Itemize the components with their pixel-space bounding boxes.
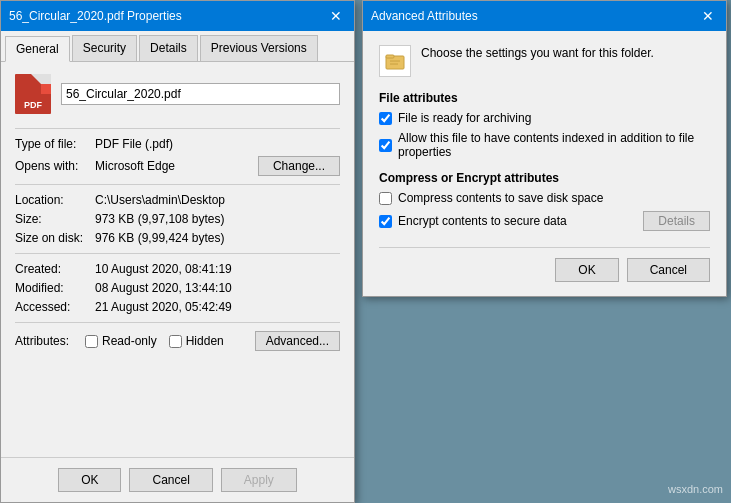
size-value: 973 KB (9,97,108 bytes): [95, 212, 224, 226]
compress-header: Compress or Encrypt attributes: [379, 171, 710, 185]
accessed-value: 21 August 2020, 05:42:49: [95, 300, 232, 314]
opens-with-row: Opens with: Microsoft Edge Change...: [15, 156, 340, 176]
tab-general[interactable]: General: [5, 36, 70, 62]
attributes-row: Attributes: Read-only Hidden Advanced...: [15, 322, 340, 351]
file-info-section: Type of file: PDF File (.pdf) Opens with…: [15, 128, 340, 176]
location-value: C:\Users\admin\Desktop: [95, 193, 225, 207]
watermark: wsxdn.com: [668, 483, 723, 495]
tabs-bar: General Security Details Previous Versio…: [1, 31, 354, 62]
svg-rect-1: [386, 55, 394, 58]
location-size-section: Location: C:\Users\admin\Desktop Size: 9…: [15, 184, 340, 245]
advanced-description: Choose the settings you want for this fo…: [421, 45, 654, 62]
size-on-disk-value: 976 KB (9,99,424 bytes): [95, 231, 224, 245]
properties-cancel-button[interactable]: Cancel: [129, 468, 212, 492]
properties-close-button[interactable]: ✕: [326, 6, 346, 26]
opens-with-value: Microsoft Edge: [95, 159, 175, 173]
pdf-icon: [15, 74, 51, 114]
hidden-checkbox-label[interactable]: Hidden: [169, 334, 224, 348]
advanced-close-button[interactable]: ✕: [698, 6, 718, 26]
created-label: Created:: [15, 262, 95, 276]
archive-checkbox[interactable]: [379, 112, 392, 125]
properties-title: 56_Circular_2020.pdf Properties: [9, 9, 182, 23]
readonly-checkbox[interactable]: [85, 335, 98, 348]
file-name-input[interactable]: [61, 83, 340, 105]
file-attributes-section: File attributes File is ready for archiv…: [379, 91, 710, 159]
properties-ok-button[interactable]: OK: [58, 468, 121, 492]
file-header: [15, 74, 340, 114]
created-row: Created: 10 August 2020, 08:41:19: [15, 262, 340, 276]
archive-row: File is ready for archiving: [379, 111, 710, 125]
details-button[interactable]: Details: [643, 211, 710, 231]
advanced-buttons: OK Cancel: [379, 247, 710, 282]
properties-dialog: 56_Circular_2020.pdf Properties ✕ Genera…: [0, 0, 355, 503]
file-type-value: PDF File (.pdf): [95, 137, 173, 151]
hidden-label: Hidden: [186, 334, 224, 348]
attributes-label: Attributes:: [15, 334, 85, 348]
folder-icon: [385, 51, 405, 71]
encrypt-left: Encrypt contents to secure data: [379, 214, 567, 228]
accessed-label: Accessed:: [15, 300, 95, 314]
properties-buttons: OK Cancel Apply: [1, 457, 354, 502]
advanced-description-row: Choose the settings you want for this fo…: [379, 45, 710, 77]
compress-row: Compress contents to save disk space: [379, 191, 710, 205]
advanced-dialog: Advanced Attributes ✕ Choose the setting…: [362, 0, 727, 297]
file-attributes-header: File attributes: [379, 91, 710, 105]
advanced-cancel-button[interactable]: Cancel: [627, 258, 710, 282]
compress-checkbox[interactable]: [379, 192, 392, 205]
location-label: Location:: [15, 193, 95, 207]
index-checkbox[interactable]: [379, 139, 392, 152]
encrypt-row: Encrypt contents to secure data Details: [379, 211, 710, 231]
advanced-ok-button[interactable]: OK: [555, 258, 618, 282]
change-button[interactable]: Change...: [258, 156, 340, 176]
tab-details[interactable]: Details: [139, 35, 198, 61]
properties-titlebar: 56_Circular_2020.pdf Properties ✕: [1, 1, 354, 31]
readonly-checkbox-label[interactable]: Read-only: [85, 334, 157, 348]
advanced-content: Choose the settings you want for this fo…: [363, 31, 726, 296]
index-row: Allow this file to have contents indexed…: [379, 131, 710, 159]
modified-row: Modified: 08 August 2020, 13:44:10: [15, 281, 340, 295]
opens-with-label: Opens with:: [15, 159, 95, 173]
properties-apply-button[interactable]: Apply: [221, 468, 297, 492]
created-value: 10 August 2020, 08:41:19: [95, 262, 232, 276]
dates-section: Created: 10 August 2020, 08:41:19 Modifi…: [15, 253, 340, 314]
file-type-row: Type of file: PDF File (.pdf): [15, 137, 340, 151]
location-row: Location: C:\Users\admin\Desktop: [15, 193, 340, 207]
advanced-title: Advanced Attributes: [371, 9, 478, 23]
tab-previous-versions[interactable]: Previous Versions: [200, 35, 318, 61]
compress-label: Compress contents to save disk space: [398, 191, 603, 205]
size-on-disk-row: Size on disk: 976 KB (9,99,424 bytes): [15, 231, 340, 245]
readonly-label: Read-only: [102, 334, 157, 348]
archive-label: File is ready for archiving: [398, 111, 531, 125]
properties-content: Type of file: PDF File (.pdf) Opens with…: [1, 62, 354, 363]
accessed-row: Accessed: 21 August 2020, 05:42:49: [15, 300, 340, 314]
tab-security[interactable]: Security: [72, 35, 137, 61]
file-type-label: Type of file:: [15, 137, 95, 151]
encrypt-checkbox[interactable]: [379, 215, 392, 228]
size-label: Size:: [15, 212, 95, 226]
hidden-checkbox[interactable]: [169, 335, 182, 348]
size-row: Size: 973 KB (9,97,108 bytes): [15, 212, 340, 226]
compress-encrypt-section: Compress or Encrypt attributes Compress …: [379, 171, 710, 231]
size-on-disk-label: Size on disk:: [15, 231, 95, 245]
modified-label: Modified:: [15, 281, 95, 295]
advanced-button[interactable]: Advanced...: [255, 331, 340, 351]
advanced-desc-icon: [379, 45, 411, 77]
modified-value: 08 August 2020, 13:44:10: [95, 281, 232, 295]
advanced-titlebar: Advanced Attributes ✕: [363, 1, 726, 31]
index-label: Allow this file to have contents indexed…: [398, 131, 710, 159]
encrypt-label: Encrypt contents to secure data: [398, 214, 567, 228]
